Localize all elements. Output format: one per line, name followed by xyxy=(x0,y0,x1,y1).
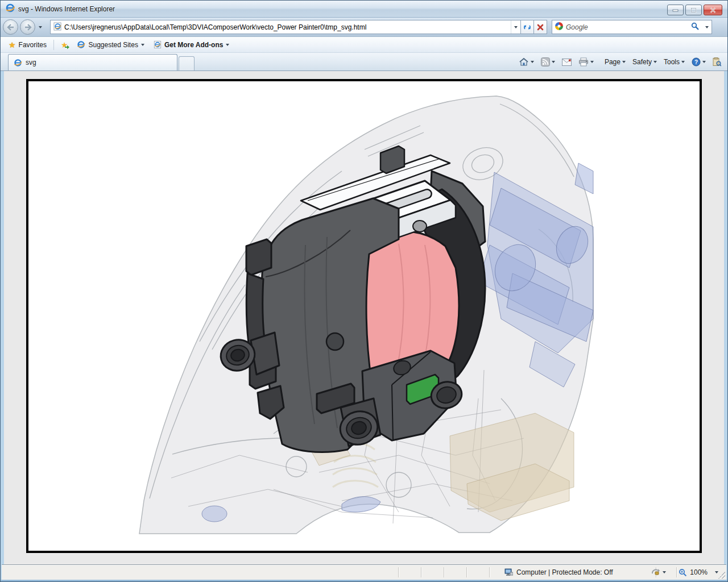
privacy-icon xyxy=(651,568,660,576)
help-button[interactable]: ? xyxy=(689,55,709,69)
ie-logo-icon xyxy=(6,3,15,14)
page-menu-label: Page xyxy=(605,58,621,66)
suggested-sites-button[interactable]: Suggested Sites xyxy=(72,39,148,51)
history-dropdown[interactable] xyxy=(39,26,42,28)
mail-icon xyxy=(562,59,572,66)
forward-button[interactable] xyxy=(20,19,35,35)
minimize-icon xyxy=(672,7,679,13)
restore-icon xyxy=(690,7,697,13)
print-button[interactable] xyxy=(576,55,597,69)
chevron-down-icon xyxy=(531,61,534,63)
research-button[interactable] xyxy=(710,55,724,69)
divider xyxy=(53,40,54,50)
new-tab-stub[interactable] xyxy=(179,56,195,70)
back-button[interactable] xyxy=(3,19,18,35)
minimize-button[interactable] xyxy=(667,5,684,15)
zoom-icon xyxy=(679,568,687,577)
favorites-button[interactable]: ★ Favorites xyxy=(4,39,51,51)
svg-text:?: ? xyxy=(694,59,698,65)
forward-arrow-icon xyxy=(24,24,32,31)
get-addons-label: Get More Add-ons xyxy=(164,41,224,49)
get-addons-button[interactable]: Get More Add-ons xyxy=(149,39,234,51)
read-mail-button[interactable] xyxy=(559,55,574,69)
safety-menu-label: Safety xyxy=(632,58,652,66)
favorites-label: Favorites xyxy=(19,41,47,49)
zoom-level: 100% xyxy=(690,568,708,576)
ie-icon xyxy=(77,40,85,49)
page-icon xyxy=(53,22,62,32)
housing-hole xyxy=(326,333,344,350)
chevron-down-icon xyxy=(681,61,685,63)
chevron-down-icon xyxy=(590,61,594,63)
back-arrow-icon xyxy=(7,24,15,31)
chevron-down-icon xyxy=(226,44,229,46)
research-icon xyxy=(713,57,721,66)
page-privacy-button[interactable] xyxy=(651,568,666,576)
navigation-bar xyxy=(1,18,727,37)
star-icon: ★ xyxy=(9,40,16,49)
status-bar: Computer | Protected Mode: Off 100% xyxy=(2,564,726,580)
command-bar: Page Safety Tools ? xyxy=(516,55,724,69)
suggested-sites-label: Suggested Sites xyxy=(88,41,138,49)
url-input[interactable] xyxy=(64,21,511,33)
rss-icon xyxy=(541,57,550,66)
cad-illustration xyxy=(28,81,700,551)
ie-page-icon xyxy=(154,40,162,49)
zoom-control[interactable]: 100% xyxy=(679,568,718,577)
google-icon xyxy=(555,22,563,32)
browser-window: svg - Windows Internet Explorer xyxy=(0,0,728,582)
add-favorite-icon: ★ xyxy=(61,40,68,49)
search-options-dropdown[interactable] xyxy=(702,20,712,34)
security-zone: Computer | Protected Mode: Off xyxy=(504,565,613,580)
close-icon xyxy=(710,7,716,13)
refresh-button[interactable] xyxy=(521,20,534,34)
page-menu-button[interactable]: Page xyxy=(602,55,628,69)
search-input[interactable] xyxy=(566,21,688,33)
window-title: svg - Windows Internet Explorer xyxy=(18,5,115,13)
ie-icon xyxy=(14,59,22,67)
chevron-down-icon xyxy=(622,61,626,63)
feeds-button[interactable] xyxy=(538,55,558,69)
browser-viewport[interactable] xyxy=(4,71,724,564)
tab-bar: svg xyxy=(1,53,727,71)
address-dropdown[interactable] xyxy=(511,20,520,34)
stop-button[interactable] xyxy=(534,20,547,34)
tools-menu-button[interactable]: Tools xyxy=(661,55,688,69)
favorites-bar: ★ Favorites ★ Suggested Sites Get More A… xyxy=(1,37,727,53)
tab-label: svg xyxy=(26,59,36,66)
home-button[interactable] xyxy=(516,55,537,69)
tools-menu-label: Tools xyxy=(664,58,680,66)
bracket-hole xyxy=(413,221,427,232)
address-bar[interactable] xyxy=(50,20,521,34)
svg-document-frame xyxy=(26,79,702,553)
add-favorite-button[interactable]: ★ xyxy=(56,39,73,51)
chevron-down-icon xyxy=(653,61,657,63)
chevron-down-icon xyxy=(141,44,144,46)
restore-button[interactable] xyxy=(685,5,702,15)
computer-icon xyxy=(504,568,513,576)
title-bar[interactable]: svg - Windows Internet Explorer xyxy=(1,1,727,18)
chevron-down-icon xyxy=(552,61,555,63)
resize-grip[interactable] xyxy=(718,572,725,579)
help-icon: ? xyxy=(692,57,701,66)
search-icon[interactable] xyxy=(691,22,699,32)
zone-text: Computer | Protected Mode: Off xyxy=(516,568,613,576)
chevron-down-icon xyxy=(663,571,666,573)
stop-icon xyxy=(537,24,544,31)
window-frame-bottom xyxy=(1,580,727,582)
tab-svg[interactable]: svg xyxy=(8,54,177,70)
close-button[interactable] xyxy=(704,5,722,15)
search-box[interactable] xyxy=(552,20,712,34)
safety-menu-button[interactable]: Safety xyxy=(630,55,660,69)
home-icon xyxy=(519,57,529,66)
printer-icon xyxy=(578,57,589,66)
refresh-icon xyxy=(523,23,531,31)
chevron-down-icon xyxy=(702,61,706,63)
